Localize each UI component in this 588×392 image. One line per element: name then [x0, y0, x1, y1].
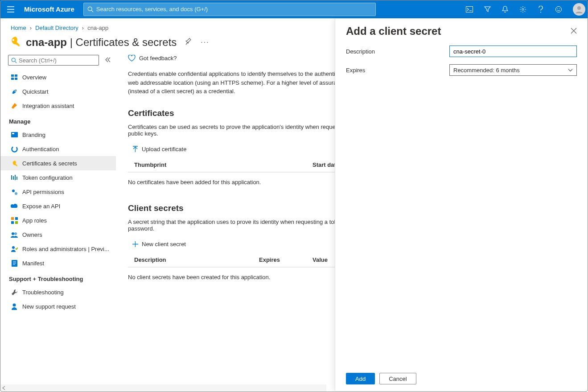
svg-point-23 — [14, 232, 17, 235]
notifications-button[interactable] — [496, 0, 514, 18]
svg-point-26 — [13, 303, 16, 306]
hamburger-menu-button[interactable] — [0, 0, 21, 18]
cancel-button[interactable]: Cancel — [379, 373, 416, 384]
directories-button[interactable] — [478, 0, 496, 18]
sidebar-item-authentication[interactable]: Authentication — [8, 142, 116, 156]
upload-certificate-label: Upload certificate — [142, 146, 186, 153]
close-panel-button[interactable] — [571, 28, 577, 35]
sidebar-item-label: Quickstart — [22, 88, 49, 95]
secrets-col-description: Description — [134, 256, 259, 263]
more-button[interactable]: ··· — [201, 38, 209, 46]
sidebar-item-troubleshooting[interactable]: Troubleshooting — [8, 285, 116, 299]
sidebar-search[interactable] — [8, 55, 99, 66]
page-title: cna-app | Certificates & secrets — [26, 36, 177, 49]
page-title-app: cna-app — [26, 36, 67, 48]
filter-icon — [484, 6, 491, 12]
chevron-down-icon — [568, 69, 573, 72]
plus-icon — [132, 241, 138, 247]
sidebar-search-input[interactable] — [19, 57, 96, 64]
sidebar-item-label: Authentication — [22, 146, 59, 153]
svg-point-0 — [88, 7, 92, 11]
sidebar-item-token-configuration[interactable]: Token configuration — [8, 170, 116, 185]
bell-icon — [502, 6, 508, 13]
feedback-label: Got feedback? — [139, 55, 177, 62]
page-title-section: Certificates & secrets — [76, 36, 177, 48]
help-icon — [539, 6, 543, 13]
sidebar-item-label: Branding — [22, 132, 45, 138]
manifest-icon — [10, 260, 19, 267]
sidebar-item-label: Overview — [22, 74, 46, 81]
svg-rect-1 — [466, 6, 473, 12]
breadcrumb-directory[interactable]: Default Directory — [35, 25, 78, 31]
sidebar-item-label: Owners — [22, 231, 42, 238]
add-button[interactable]: Add — [346, 373, 375, 384]
svg-point-4 — [557, 8, 558, 9]
avatar-icon — [573, 3, 585, 16]
cloud-shell-icon — [466, 6, 473, 12]
support-icon — [10, 303, 19, 310]
global-search[interactable] — [83, 3, 376, 16]
sidebar-item-label: Troubleshooting — [22, 289, 64, 296]
horizontal-scrollbar[interactable] — [0, 384, 326, 392]
sidebar-heading-manage: Manage — [9, 118, 116, 125]
breadcrumb-home[interactable]: Home — [11, 25, 26, 31]
left-sidebar: Overview Quickstart Integration assistan… — [0, 55, 116, 388]
branding-icon — [10, 132, 19, 137]
sidebar-item-label: Integration assistant — [22, 103, 74, 109]
sidebar-item-new-support-request[interactable]: New support request — [8, 299, 116, 314]
sidebar-item-owners[interactable]: Owners — [8, 227, 116, 242]
api-permissions-icon — [10, 189, 19, 195]
svg-point-5 — [559, 8, 560, 9]
add-client-secret-panel: Add a client secret Description Expires … — [335, 19, 588, 391]
sidebar-item-label: Certificates & secrets — [22, 160, 77, 167]
brand-label: Microsoft Azure — [21, 5, 83, 13]
svg-rect-13 — [11, 132, 18, 137]
smiley-icon — [555, 6, 562, 13]
hamburger-icon — [7, 6, 14, 12]
chevron-left-icon — [2, 386, 6, 390]
top-navigation-bar: Microsoft Azure — [0, 0, 588, 18]
sidebar-item-label: Expose an API — [22, 203, 60, 210]
svg-point-7 — [12, 58, 15, 62]
sidebar-item-api-permissions[interactable]: API permissions — [8, 185, 116, 199]
expose-api-icon — [10, 203, 19, 209]
sidebar-item-label: App roles — [22, 217, 47, 224]
svg-rect-19 — [15, 217, 18, 220]
more-icon: ··· — [201, 38, 209, 46]
sidebar-item-quickstart[interactable]: Quickstart — [8, 84, 116, 99]
gear-icon — [519, 6, 526, 13]
svg-point-6 — [577, 6, 581, 10]
key-icon — [9, 36, 21, 49]
sidebar-item-branding[interactable]: Branding — [8, 128, 116, 142]
owners-icon — [10, 232, 19, 238]
sidebar-item-certificates-secrets[interactable]: Certificates & secrets — [0, 156, 116, 170]
certificates-col-thumbprint: Thumbprint — [134, 161, 313, 168]
collapse-sidebar-button[interactable] — [105, 57, 111, 64]
upload-icon — [132, 146, 138, 153]
sidebar-item-integration-assistant[interactable]: Integration assistant — [8, 99, 116, 113]
description-input[interactable] — [449, 45, 577, 57]
sidebar-item-overview[interactable]: Overview — [8, 70, 116, 84]
search-icon — [11, 58, 17, 63]
pin-button[interactable] — [185, 38, 192, 46]
svg-point-22 — [12, 232, 14, 235]
account-button[interactable] — [570, 0, 588, 18]
sidebar-item-label: API permissions — [22, 189, 64, 195]
sidebar-item-manifest[interactable]: Manifest — [8, 256, 116, 270]
secrets-col-expires: Expires — [259, 256, 313, 263]
svg-point-2 — [522, 8, 524, 10]
help-button[interactable] — [532, 0, 550, 18]
new-client-secret-label: New client secret — [142, 241, 186, 248]
expires-select[interactable]: Recommended: 6 months — [449, 64, 577, 76]
global-search-input[interactable] — [96, 6, 372, 12]
sidebar-item-label: New support request — [22, 303, 76, 310]
cloud-shell-button[interactable] — [461, 0, 478, 18]
svg-rect-20 — [11, 221, 14, 224]
roles-icon — [10, 246, 19, 252]
feedback-button[interactable] — [550, 0, 567, 18]
token-icon — [10, 174, 19, 181]
sidebar-item-expose-api[interactable]: Expose an API — [8, 199, 116, 213]
sidebar-item-app-roles[interactable]: App roles — [8, 213, 116, 227]
settings-button[interactable] — [514, 0, 532, 18]
sidebar-item-roles-administrators[interactable]: Roles and administrators | Previ... — [8, 242, 116, 256]
